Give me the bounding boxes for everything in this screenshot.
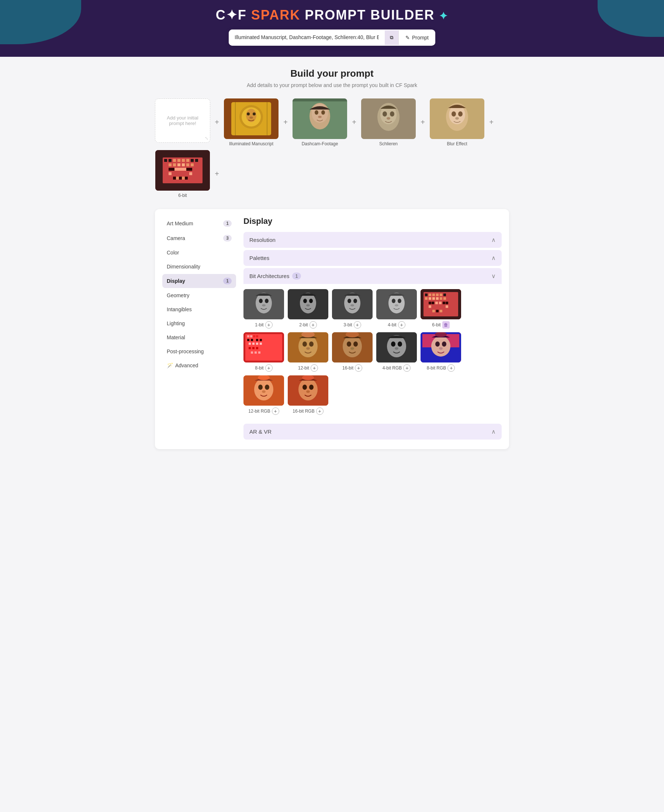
main-content: Build your prompt Add details to your pr… — [148, 57, 516, 460]
search-input[interactable] — [229, 29, 385, 46]
svg-rect-122 — [251, 339, 253, 341]
grid-image-16bit-rgb — [288, 375, 328, 406]
svg-point-73 — [300, 293, 316, 313]
svg-rect-91 — [429, 294, 431, 296]
add-btn-1bit[interactable]: + — [265, 321, 273, 328]
accordion-header-ar-vr[interactable]: AR & VR ∧ — [244, 424, 502, 440]
bit-image-grid: 1-bit + 2-bit + — [244, 284, 502, 420]
plus-connector-1[interactable]: + — [210, 118, 223, 127]
svg-point-157 — [442, 341, 446, 347]
grid-image-16bit — [332, 332, 373, 362]
sidebar-label-display: Display — [167, 278, 185, 284]
svg-rect-54 — [186, 168, 189, 171]
label-dashcam: Dashcam-Footage — [302, 141, 338, 146]
sidebar-item-post-processing[interactable]: Post-processing — [162, 345, 236, 358]
sidebar-item-dimensionality[interactable]: Dimensionality — [162, 260, 236, 273]
prompt-button[interactable]: ✎ Prompt — [399, 30, 435, 45]
svg-point-158 — [439, 347, 443, 349]
svg-rect-9 — [267, 102, 267, 135]
svg-point-139 — [306, 347, 310, 349]
svg-point-4 — [246, 109, 256, 122]
grid-label-6bit: 6-bit — [432, 322, 441, 328]
add-btn-8bit[interactable]: + — [265, 364, 273, 372]
add-btn-4bit[interactable]: + — [398, 321, 405, 328]
add-btn-3bit[interactable]: + — [354, 321, 361, 328]
sidebar-item-art-medium[interactable]: Art Medium 1 — [162, 216, 236, 231]
svg-rect-127 — [256, 343, 258, 345]
svg-rect-92 — [432, 294, 435, 296]
svg-point-145 — [350, 347, 354, 349]
svg-point-75 — [309, 299, 313, 303]
accordion-header-bit-architectures[interactable]: Bit Architectures 1 ∨ — [244, 268, 502, 284]
svg-point-22 — [387, 117, 390, 120]
add-btn-8bit-rgb[interactable]: + — [448, 364, 455, 372]
sidebar-label-intangibles: Intangibles — [167, 307, 192, 312]
prompt-label: Prompt — [412, 35, 429, 41]
svg-point-83 — [389, 293, 405, 313]
search-bar-wrap: ⧉ ✎ Prompt — [0, 29, 664, 46]
copy-button[interactable]: ⧉ — [385, 30, 399, 45]
sidebar-item-geometry[interactable]: Geometry — [162, 289, 236, 302]
svg-point-74 — [303, 299, 307, 303]
svg-rect-41 — [169, 163, 171, 166]
svg-point-6 — [253, 112, 256, 115]
svg-rect-96 — [425, 297, 428, 300]
image-card-6bit: 6-bit — [155, 150, 210, 198]
svg-point-149 — [391, 341, 395, 347]
sidebar-item-display[interactable]: Display 1 — [162, 274, 236, 288]
grid-label-12bit-rgb: 12-bit RGB — [248, 409, 270, 414]
svg-rect-53 — [183, 168, 186, 171]
sidebar-item-material[interactable]: Material — [162, 331, 236, 344]
sidebar-item-lighting[interactable]: Lighting — [162, 317, 236, 330]
add-btn-12bit[interactable]: + — [311, 364, 318, 372]
svg-rect-43 — [177, 163, 181, 166]
grid-label-12bit: 12-bit — [298, 365, 309, 370]
sidebar: Art Medium 1 Camera 3 Color Dimensionali… — [162, 216, 236, 442]
plus-connector-6[interactable]: + — [210, 170, 223, 178]
add-btn-4bit-rgb[interactable]: + — [403, 364, 410, 372]
add-btn-2bit[interactable]: + — [309, 321, 317, 328]
svg-rect-102 — [429, 302, 431, 304]
grid-image-8bit — [244, 332, 284, 362]
svg-point-14 — [321, 110, 325, 115]
svg-point-80 — [353, 299, 357, 303]
title-prompt: PROMPT — [305, 7, 366, 23]
grid-card-4bit-rgb: 4-bit RGB + — [376, 332, 417, 372]
app-title: C✦F SPARK PROMPT BUILDER ✦ — [0, 7, 664, 23]
accordion-palettes: Palettes ∧ — [244, 250, 502, 266]
svg-rect-35 — [177, 159, 181, 162]
svg-point-155 — [431, 336, 451, 357]
delete-btn-6bit[interactable]: 🗑 — [442, 321, 450, 328]
add-btn-16bit-rgb[interactable]: + — [316, 408, 324, 415]
6bit-image — [155, 150, 210, 191]
svg-rect-131 — [256, 347, 258, 349]
sidebar-item-color[interactable]: Color — [162, 246, 236, 259]
sidebar-item-camera[interactable]: Camera 3 — [162, 231, 236, 245]
sidebar-badge-display: 1 — [223, 278, 232, 284]
svg-point-86 — [395, 304, 399, 307]
svg-point-151 — [395, 347, 399, 349]
accordion-header-resolution[interactable]: Resolution ∧ — [244, 232, 502, 248]
grid-card-8bit: 8-bit + — [244, 332, 284, 372]
copy-icon: ⧉ — [390, 35, 393, 41]
svg-rect-104 — [435, 302, 438, 304]
add-btn-12bit-rgb[interactable]: + — [272, 408, 279, 415]
grid-label-row-4bit: 4-bit + — [376, 321, 417, 328]
plus-connector-5[interactable]: + — [485, 118, 498, 127]
plus-connector-2[interactable]: + — [279, 118, 292, 127]
add-btn-16bit[interactable]: + — [355, 364, 362, 372]
svg-point-69 — [259, 299, 263, 303]
grid-image-12bit-rgb — [244, 375, 284, 406]
initial-prompt-box[interactable]: Add your initial prompt here! ⤡ — [155, 99, 210, 143]
plus-connector-3[interactable]: + — [348, 118, 361, 127]
plus-connector-4[interactable]: + — [416, 118, 430, 127]
grid-label-16bit-rgb: 16-bit RGB — [293, 409, 314, 414]
image-card-dashcam: Dashcam-Footage — [292, 99, 348, 146]
sidebar-item-intangibles[interactable]: Intangibles — [162, 303, 236, 316]
sidebar-item-advanced[interactable]: 🪄 Advanced — [162, 359, 236, 372]
prompt-row-2: 6-bit + — [155, 150, 509, 198]
accordion-header-palettes[interactable]: Palettes ∧ — [244, 250, 502, 266]
svg-point-84 — [392, 299, 395, 303]
grid-label-row-16bit-rgb: 16-bit RGB + — [288, 408, 328, 415]
svg-rect-37 — [186, 159, 189, 162]
